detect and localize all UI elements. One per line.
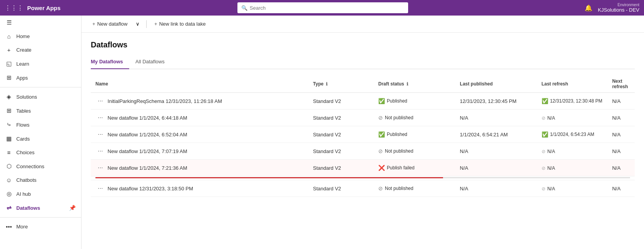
sidebar: ☰ ⌂ Home + Create ◱ Learn ⊞ Apps ◈ Solut… (0, 16, 81, 249)
status-badge: ❌Publish failed (378, 165, 414, 171)
sidebar-divider-1 (0, 87, 81, 87)
new-dataflow-button[interactable]: + New dataflow (89, 19, 131, 28)
col-header-type: Type ℹ (308, 75, 374, 93)
notification-bell-icon[interactable]: 🔔 (585, 4, 592, 12)
cell-type: Standard V2 (308, 126, 374, 143)
col-header-last-refresh: Last refresh (537, 75, 608, 93)
type-info-icon[interactable]: ℹ (326, 82, 327, 86)
chatbots-icon: ☺ (5, 177, 12, 183)
status-badge: ⊘Not published (378, 115, 413, 121)
cell-last-refresh: ⊘N/A (537, 180, 608, 197)
search-bar[interactable]: 🔍 (237, 2, 408, 13)
app-title: Power Apps (27, 5, 61, 11)
sidebar-item-more[interactable]: ••• More (0, 220, 81, 233)
ai-hub-icon: ◎ (5, 190, 12, 197)
tab-my-dataflows[interactable]: My Dataflows (91, 56, 129, 69)
sidebar-item-chatbots[interactable]: ☺ Chatbots (0, 173, 81, 187)
table-row: ··· InitialParkingReqSchema 12/31/2023, … (91, 93, 635, 110)
status-gray-icon: ⊘ (378, 148, 383, 154)
more-icon: ••• (5, 223, 12, 230)
cell-name: ··· New dataflow 1/1/2024, 6:44:18 AM (91, 110, 308, 126)
environment-name: KJSolutions - DEV (598, 7, 639, 13)
chevron-down-icon: ∨ (136, 21, 140, 27)
pin-icon[interactable]: 📌 (69, 205, 76, 211)
sidebar-item-hamburger[interactable]: ☰ (0, 16, 81, 30)
cell-type: Standard V2 (308, 110, 374, 126)
sidebar-item-home[interactable]: ⌂ Home (0, 30, 81, 43)
dataflow-name: New dataflow 1/1/2024, 7:07:19 AM (107, 148, 187, 154)
row-more-button[interactable]: ··· (95, 130, 105, 139)
refresh-badge: ⊘N/A (542, 165, 555, 171)
dataflows-table: Name Type ℹ Draft status ℹ Last publishe… (91, 75, 635, 197)
draft-info-icon[interactable]: ℹ (407, 82, 408, 86)
sidebar-item-connections[interactable]: ⬡ Connections (0, 159, 81, 173)
row-more-button[interactable]: ··· (95, 184, 105, 193)
refresh-badge: ✅1/1/2024, 6:54:23 AM (542, 131, 594, 138)
cell-draft-status: ❌Publish failed (374, 160, 455, 176)
cell-draft-status: ⊘Not published (374, 180, 455, 197)
action-bar: + New dataflow ∨ + New link to data lake (81, 16, 644, 33)
status-gray-icon: ⊘ (378, 185, 383, 192)
row-more-button[interactable]: ··· (95, 97, 105, 105)
refresh-badge: ⊘N/A (542, 149, 555, 154)
plus-icon: + (92, 21, 95, 27)
tab-all-dataflows[interactable]: All Dataflows (135, 56, 171, 69)
new-link-button[interactable]: + New link to data lake (151, 19, 209, 28)
home-icon: ⌂ (5, 33, 12, 40)
dataflow-name: New dataflow 1/1/2024, 6:44:18 AM (107, 115, 187, 121)
cell-last-published: N/A (455, 110, 537, 126)
cell-last-refresh: ⊘N/A (537, 110, 608, 126)
status-success-icon: ✅ (378, 131, 385, 138)
sidebar-item-create[interactable]: + Create (0, 43, 81, 57)
status-error-icon: ❌ (378, 165, 385, 171)
cell-type: Standard V2 (308, 93, 374, 110)
progress-bar-row (91, 176, 635, 180)
status-label: Publish failed (387, 165, 414, 171)
cell-next-refresh: N/A (608, 180, 635, 197)
sidebar-item-cards[interactable]: ▦ Cards (0, 132, 81, 146)
search-icon: 🔍 (241, 5, 248, 11)
cell-last-published: N/A (455, 160, 537, 176)
table-row: ··· New dataflow 1/1/2024, 6:52:04 AM St… (91, 126, 635, 143)
col-header-name: Name (91, 75, 308, 93)
sidebar-divider-2 (0, 217, 81, 218)
table-row: ··· New dataflow 1/1/2024, 6:44:18 AM St… (91, 110, 635, 126)
cell-name: ··· New dataflow 1/1/2024, 6:52:04 AM (91, 126, 308, 143)
status-badge: ⊘Not published (378, 185, 413, 192)
sidebar-item-tables[interactable]: ⊞ Tables (0, 104, 81, 118)
cell-draft-status: ✅Published (374, 126, 455, 143)
sidebar-item-learn[interactable]: ◱ Learn (0, 57, 81, 71)
cell-last-published: 12/31/2023, 12:30:45 PM (455, 93, 537, 110)
search-input[interactable] (250, 5, 404, 11)
environment-info: Environment KJSolutions - DEV (598, 3, 639, 13)
learn-icon: ◱ (5, 60, 12, 67)
cell-next-refresh: N/A (608, 110, 635, 126)
refresh-gray-icon: ⊘ (542, 186, 545, 192)
table-row: ··· New dataflow 1/1/2024, 7:07:19 AM St… (91, 143, 635, 160)
cell-last-refresh: ⊘N/A (537, 160, 608, 176)
sidebar-item-flows[interactable]: ⤷ Flows (0, 118, 81, 132)
connections-icon: ⬡ (5, 163, 12, 170)
cell-name: ··· InitialParkingReqSchema 12/31/2023, … (91, 93, 308, 110)
status-label: Not published (385, 148, 413, 154)
sidebar-item-apps[interactable]: ⊞ Apps (0, 71, 81, 85)
row-more-button[interactable]: ··· (95, 113, 105, 122)
status-gray-icon: ⊘ (378, 115, 383, 121)
grid-icon[interactable]: ⋮⋮⋮ (5, 4, 23, 12)
sidebar-item-solutions[interactable]: ◈ Solutions (0, 90, 81, 104)
progress-bar (95, 177, 443, 178)
cell-next-refresh: N/A (608, 143, 635, 160)
flows-icon: ⤷ (5, 121, 12, 128)
cell-next-refresh: N/A (608, 93, 635, 110)
refresh-success-icon: ✅ (542, 98, 548, 104)
content-area: + New dataflow ∨ + New link to data lake… (81, 16, 644, 249)
row-more-button[interactable]: ··· (95, 164, 105, 172)
sidebar-item-choices[interactable]: ≡ Choices (0, 146, 81, 159)
new-dataflow-chevron[interactable]: ∨ (134, 19, 142, 28)
col-header-next-refresh: Next refresh (608, 75, 635, 93)
sidebar-item-dataflows[interactable]: ⇌ Dataflows 📌 (0, 201, 81, 215)
cell-type: Standard V2 (308, 180, 374, 197)
topbar: ⋮⋮⋮ Power Apps 🔍 🔔 Environment KJSolutio… (0, 0, 644, 16)
sidebar-item-ai-hub[interactable]: ◎ AI hub (0, 187, 81, 201)
row-more-button[interactable]: ··· (95, 147, 105, 155)
